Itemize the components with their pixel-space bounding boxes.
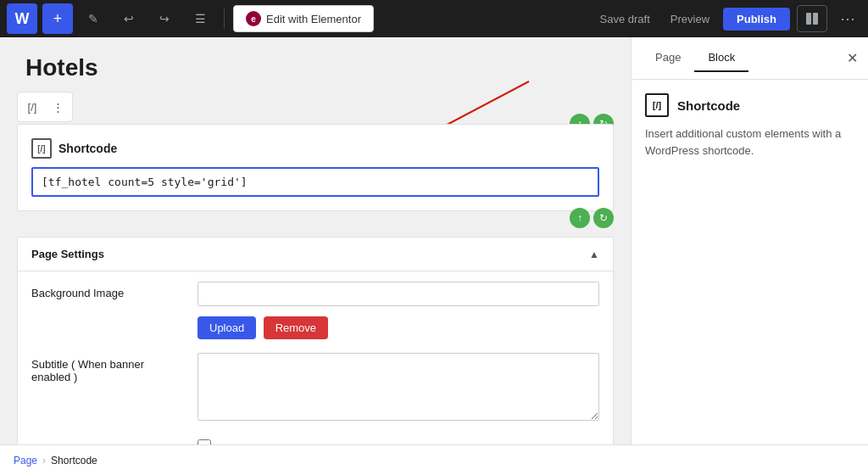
publish-button[interactable]: Publish [723, 8, 790, 31]
refresh-bottom-button[interactable]: ↻ [593, 208, 614, 228]
block-info-name: Shortcode [677, 98, 740, 113]
redo-button[interactable]: ↪ [149, 3, 180, 34]
breadcrumb-page-link[interactable]: Page [14, 455, 37, 467]
move-down-button[interactable]: ↑ [570, 208, 590, 228]
shortcode-input[interactable] [31, 167, 599, 197]
block-dots-icon: ⋮ [53, 101, 64, 114]
float-buttons-bottom: ↑ ↻ [570, 208, 614, 228]
bg-image-control: Upload Remove [198, 282, 599, 339]
add-block-button[interactable]: + [42, 3, 73, 34]
page-settings-body: Background Image Upload Remove Subtitle … [18, 271, 613, 444]
bg-image-row: Background Image Upload Remove [31, 282, 599, 339]
wp-logo[interactable]: W [7, 3, 37, 34]
elementor-icon: e [246, 11, 261, 26]
save-draft-button[interactable]: Save draft [593, 9, 657, 29]
breadcrumb-separator: › [42, 455, 46, 467]
panel-tabs: Page Block [642, 44, 748, 72]
block-info-description: Insert additional custom elements with a… [645, 126, 854, 159]
list-view-button[interactable]: ☰ [185, 3, 215, 34]
refresh-bottom-icon: ↻ [599, 212, 608, 224]
shortcode-block-header: [/] Shortcode [31, 138, 599, 159]
tools-button[interactable]: ✎ [78, 3, 108, 34]
more-options-button[interactable]: ⋯ [834, 5, 861, 32]
panel-close-button[interactable]: ✕ [847, 50, 858, 66]
view-icon [805, 12, 819, 25]
subtitle-textarea[interactable] [198, 353, 599, 421]
tab-page[interactable]: Page [642, 44, 694, 72]
upload-button[interactable]: Upload [198, 316, 256, 339]
list-icon: ☰ [195, 12, 206, 25]
page-settings-section: Page Settings ▲ Background Image Upload … [17, 237, 614, 444]
undo-button[interactable]: ↩ [114, 3, 144, 34]
main-content: Hotels [/] ⋮ ↑ [0, 37, 868, 444]
page-title: Hotels [17, 54, 614, 81]
panel-header: Page Block ✕ [632, 37, 868, 80]
redo-icon: ↪ [159, 12, 170, 25]
page-settings-header[interactable]: Page Settings ▲ [18, 238, 613, 271]
panel-body: [/] Shortcode Insert additional custom e… [632, 80, 868, 444]
shortcode-small-icon: [/] [28, 101, 37, 114]
toolbar-right: Save draft Preview Publish ⋯ [593, 5, 861, 32]
block-info-icon: [/] [645, 93, 669, 117]
block-type-button[interactable]: [/] [20, 95, 44, 119]
block-options-button[interactable]: ⋮ [46, 95, 70, 119]
tab-block[interactable]: Block [694, 44, 748, 72]
breadcrumb-bar: Page › Shortcode [0, 444, 868, 475]
block-info-header: [/] Shortcode [645, 93, 854, 117]
shortcode-block-container: [/] ⋮ ↑ ↻ [17, 124, 614, 211]
preview-button[interactable]: Preview [664, 9, 716, 29]
main-toolbar: W + ✎ ↩ ↪ ☰ e Edit with Elementor Save d… [0, 0, 868, 37]
move-down-icon: ↑ [577, 212, 582, 224]
bg-image-input[interactable] [198, 282, 599, 306]
shortcode-block-icon: [/] [31, 138, 52, 159]
undo-icon: ↩ [124, 12, 134, 25]
disable-sidebar-label: Disable Sidebar [31, 438, 184, 444]
sidebar-panel: Page Block ✕ [/] Shortcode Insert additi… [631, 37, 868, 444]
subtitle-row: Subtitle ( When banner enabled ) [31, 353, 599, 424]
disable-sidebar-row: Disable Sidebar [31, 438, 599, 444]
chevron-up-icon: ▲ [589, 249, 599, 260]
shortcode-block: [/] Shortcode [17, 124, 614, 211]
block-toolbar: [/] ⋮ [17, 92, 73, 122]
svg-rect-1 [813, 13, 818, 25]
separator [224, 8, 225, 29]
disable-sidebar-checkbox[interactable] [198, 439, 211, 444]
shortcode-block-label: Shortcode [58, 142, 117, 155]
editor-area: Hotels [/] ⋮ ↑ [0, 37, 631, 444]
edit-with-elementor-button[interactable]: e Edit with Elementor [233, 5, 374, 32]
bg-image-label: Background Image [31, 282, 184, 299]
page-settings-title: Page Settings [31, 248, 104, 260]
tools-icon: ✎ [88, 12, 98, 25]
view-toggle-button[interactable] [797, 5, 827, 32]
subtitle-label: Subtitle ( When banner enabled ) [31, 353, 184, 383]
svg-rect-0 [806, 13, 811, 25]
remove-button[interactable]: Remove [264, 316, 328, 339]
subtitle-control [198, 353, 599, 424]
breadcrumb-current: Shortcode [51, 455, 97, 467]
